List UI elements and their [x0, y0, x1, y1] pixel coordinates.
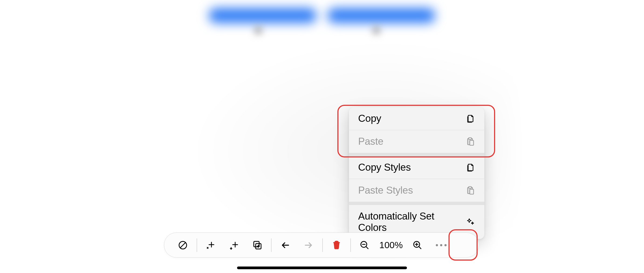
menu-item-paste-styles: Paste Styles — [349, 179, 484, 202]
svg-rect-2 — [470, 140, 474, 145]
menu-section-styles: Copy Styles Paste Styles — [349, 156, 484, 202]
svg-line-7 — [180, 243, 185, 248]
undo-button[interactable] — [274, 234, 297, 256]
menu-item-paste-styles-label: Paste Styles — [358, 185, 413, 196]
add-right-button[interactable] — [222, 234, 246, 256]
copy-doc-icon — [465, 163, 475, 172]
svg-rect-4 — [469, 187, 471, 188]
menu-section-clipboard: Copy Paste — [349, 107, 484, 153]
add-left-button[interactable] — [199, 234, 222, 256]
context-menu: Copy Paste Copy Styles — [349, 107, 484, 239]
paste-clipboard-icon — [465, 137, 475, 146]
svg-line-24 — [419, 247, 421, 249]
svg-line-21 — [366, 247, 368, 249]
inspect-button[interactable] — [171, 234, 194, 256]
zoom-level-label[interactable]: 100% — [376, 240, 406, 250]
menu-item-paste-label: Paste — [358, 136, 383, 147]
redo-button — [297, 234, 320, 256]
blurred-pill-left — [209, 8, 317, 23]
zoom-in-button[interactable] — [406, 234, 429, 256]
ellipsis-dot — [444, 244, 447, 246]
menu-item-copy[interactable]: Copy — [349, 107, 484, 130]
menu-item-copy-styles[interactable]: Copy Styles — [349, 156, 484, 179]
bottom-toolbar: 100% — [164, 232, 479, 258]
blurred-pointer-right — [373, 27, 380, 34]
menu-item-paste: Paste — [349, 130, 484, 153]
toolbar-separator — [350, 238, 351, 252]
menu-item-copy-styles-label: Copy Styles — [358, 162, 411, 173]
svg-rect-5 — [470, 189, 474, 194]
toolbar-separator — [197, 238, 197, 252]
delete-button[interactable] — [325, 234, 348, 256]
blurred-pill-right — [327, 8, 435, 23]
copy-doc-icon — [465, 114, 475, 123]
toolbar-separator — [271, 238, 272, 252]
toolbar-separator — [322, 238, 323, 252]
more-actions-button[interactable] — [429, 234, 453, 256]
menu-divider — [349, 153, 484, 156]
svg-rect-19 — [333, 242, 340, 243]
home-indicator — [237, 267, 407, 269]
duplicate-button[interactable] — [246, 234, 269, 256]
ellipsis-dot — [440, 244, 442, 246]
ellipsis-dot — [436, 244, 438, 246]
svg-rect-1 — [469, 138, 471, 139]
menu-item-auto-colors-label: Automatically Set Colors — [358, 211, 465, 233]
menu-item-copy-label: Copy — [358, 113, 381, 124]
menu-divider — [349, 202, 484, 205]
sparkle-icon — [465, 217, 475, 227]
zoom-out-button[interactable] — [353, 234, 376, 256]
background-blurred-content — [0, 8, 644, 23]
blurred-pointer-left — [255, 27, 262, 34]
paste-clipboard-icon — [465, 186, 475, 195]
